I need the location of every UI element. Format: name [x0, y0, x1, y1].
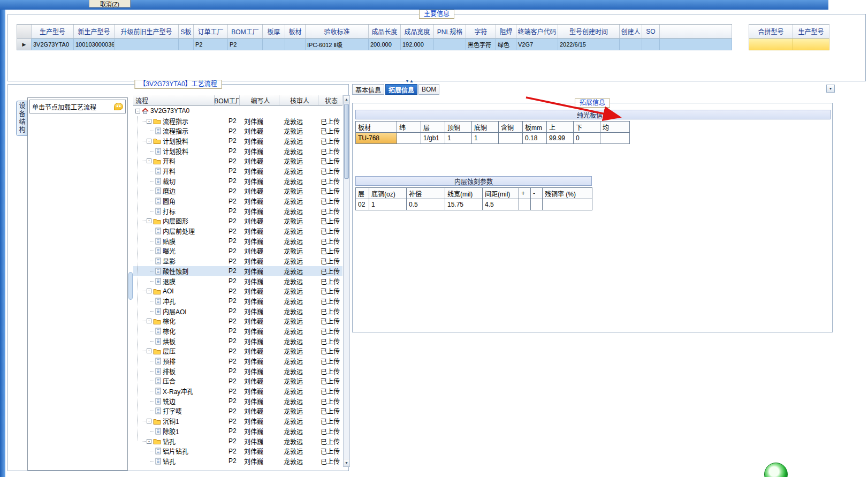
tree-node-label[interactable]: 打字唛 — [163, 406, 182, 415]
tree-node-row[interactable]: 贴膜P2刘伟巍龙敦远已上传 — [133, 236, 342, 246]
tree-node-row[interactable]: 开料P2刘伟巍龙敦远已上传 — [133, 166, 342, 176]
tree-expander-icon[interactable]: - — [147, 289, 151, 293]
tree-node-row[interactable]: 磨边P2刘伟巍龙敦远已上传 — [133, 186, 342, 196]
main-col-header[interactable]: 订单工厂 — [194, 25, 228, 39]
row-selector-header[interactable] — [17, 25, 32, 39]
tree-node-label[interactable]: 铝片钻孔 — [163, 446, 188, 456]
main-data-cell[interactable] — [115, 39, 179, 50]
tree-node-label[interactable]: X-Ray冲孔 — [163, 387, 193, 396]
main-data-cell[interactable] — [434, 39, 466, 50]
tree-node-row[interactable]: 烘板P2刘伟巍龙敦远已上传 — [133, 336, 342, 346]
main-data-cell[interactable]: 3V2G73YTA0 — [32, 39, 74, 50]
tab-bom[interactable]: BOM — [418, 84, 439, 95]
tree-node-label[interactable]: 流程指示 — [163, 126, 188, 135]
grid-data-row[interactable]: TU-7681/gb1110.1899.990 — [356, 133, 630, 144]
tree-node-row[interactable]: -流程指示P2刘伟巍龙敦远已上传 — [133, 116, 342, 126]
tree-expander-icon[interactable]: - — [147, 139, 151, 143]
tree-expander-icon[interactable]: - — [147, 319, 151, 323]
main-data-cell[interactable]: 10010300003632 — [74, 39, 115, 50]
grid-data-cell[interactable]: 1 — [369, 199, 407, 210]
grid-col-header[interactable]: 纬 — [397, 122, 421, 133]
main-col-header[interactable]: 终端客户代码 — [516, 25, 558, 39]
grid-data-cell[interactable]: 0 — [574, 133, 600, 144]
tree-node-row[interactable]: 酸性蚀刻P2刘伟巍龙敦远已上传 — [133, 266, 342, 276]
main-data-cell[interactable]: P2 — [194, 39, 228, 50]
main-data-cell[interactable]: 绿色 — [496, 39, 516, 50]
merge-grid-data-row[interactable] — [749, 39, 829, 50]
tree-node-label[interactable]: 铣边 — [163, 397, 176, 406]
tree-node-label[interactable]: 开料 — [163, 166, 176, 176]
grid-data-cell[interactable] — [531, 199, 543, 210]
grid-data-cell[interactable] — [499, 133, 523, 144]
tree-expander-icon[interactable]: - — [147, 119, 151, 124]
tree-node-row[interactable]: -开料P2刘伟巍龙敦远已上传 — [133, 156, 342, 166]
tree-node-row[interactable]: -钻孔P2刘伟巍龙敦远已上传 — [133, 436, 342, 446]
tree-node-row[interactable]: 除胶1P2刘伟巍龙敦远已上传 — [133, 426, 342, 436]
tree-scrollbar[interactable]: ▲ ▼ — [343, 95, 350, 467]
main-col-header[interactable]: PNL规格 — [434, 25, 466, 39]
main-data-cell[interactable]: P2 — [228, 39, 263, 50]
tree-expander-icon[interactable]: - — [147, 349, 151, 353]
main-data-cell[interactable]: 200.000 — [369, 39, 401, 50]
grid-data-cell[interactable]: TU-768 — [356, 133, 397, 144]
grid-col-header[interactable]: 补偿 — [407, 188, 445, 199]
grid-col-header[interactable]: 残铜率 (%) — [543, 188, 592, 199]
tree-node-label[interactable]: 圆角 — [163, 196, 176, 206]
main-col-header[interactable]: 新生产型号 — [74, 25, 115, 39]
grid-col-header[interactable]: 层 — [356, 188, 369, 199]
main-col-header[interactable]: BOM工厂 — [228, 25, 263, 39]
main-data-cell[interactable] — [620, 39, 642, 50]
grid-col-header[interactable]: 含铜 — [499, 122, 523, 133]
tree-node-row[interactable]: 计划投料P2刘伟巍龙敦远已上传 — [133, 146, 342, 156]
grid-col-header[interactable]: 线宽(mil) — [445, 188, 483, 199]
tree-node-label[interactable]: 计划投料 — [163, 137, 188, 146]
tree-node-row[interactable]: 内层前处理P2刘伟巍龙敦远已上传 — [133, 226, 342, 236]
tree-node-row[interactable]: 打字唛P2刘伟巍龙敦远已上传 — [133, 406, 342, 417]
tree-node-row[interactable]: 圆角P2刘伟巍龙敦远已上传 — [133, 196, 342, 206]
grid-col-header[interactable]: 底铜(oz) — [369, 188, 407, 199]
scroll-down-icon[interactable]: ▼ — [344, 459, 349, 466]
tree-expander-icon[interactable]: - — [147, 439, 151, 444]
tree-col-header[interactable]: BOM工厂 — [215, 95, 240, 106]
tab-basic-info[interactable]: 基本信息 — [352, 84, 384, 95]
tree-expander-icon[interactable]: - — [147, 419, 151, 423]
merge-data-cell[interactable] — [749, 39, 793, 50]
tree-col-header[interactable]: 状态 — [318, 95, 342, 106]
grid-data-cell[interactable]: 99.99 — [547, 133, 574, 144]
main-col-header[interactable]: 字符 — [466, 25, 496, 39]
tree-node-label[interactable]: 内层AOI — [163, 307, 187, 316]
tree-node-label[interactable]: 3V2G73YTA0 — [150, 107, 189, 115]
tree-node-label[interactable]: 贴膜 — [163, 237, 176, 246]
merge-col-header[interactable]: 合拼型号 — [749, 25, 793, 39]
tree-node-label[interactable]: 钻孔 — [163, 437, 176, 446]
tree-expander-icon[interactable]: - — [147, 218, 151, 223]
tree-node-label[interactable]: 棕化 — [163, 316, 176, 325]
tree-node-label[interactable]: 曝光 — [163, 246, 176, 255]
grid-col-header[interactable]: 底铜 — [472, 122, 499, 133]
main-data-cell[interactable]: 2022/6/15 — [558, 39, 620, 50]
tree-node-label[interactable]: 内层图形 — [163, 216, 188, 225]
tree-node-row[interactable]: -内层图形P2刘伟巍龙敦远已上传 — [133, 216, 342, 226]
grid-data-cell[interactable]: 4.5 — [483, 199, 519, 210]
tree-node-row[interactable]: -层压P2刘伟巍龙敦远已上传 — [133, 346, 342, 357]
main-col-header[interactable]: 板材 — [285, 25, 306, 39]
tab-extended-info[interactable]: 拓展信息 — [385, 84, 417, 95]
tree-node-label[interactable]: 钻孔 — [163, 457, 176, 466]
scroll-thumb[interactable] — [344, 104, 349, 179]
row-indicator-icon[interactable]: ▶ — [17, 39, 32, 50]
splitter-handle[interactable] — [128, 272, 133, 300]
tree-node-row[interactable]: 铝片钻孔P2刘伟巍龙敦远已上传 — [133, 446, 342, 456]
tree-node-row[interactable]: 压合P2刘伟巍龙敦远已上传 — [133, 376, 342, 387]
main-data-cell[interactable]: V2G7 — [516, 39, 558, 50]
grid-col-header[interactable]: 间距(mil) — [483, 188, 519, 199]
tree-node-row[interactable]: 曝光P2刘伟巍龙敦远已上传 — [133, 246, 342, 256]
grid-data-cell[interactable] — [397, 133, 421, 144]
main-col-header[interactable]: 创建人 — [620, 25, 642, 39]
main-col-header[interactable]: 生产型号 — [32, 25, 74, 39]
tree-node-row[interactable]: 内层AOIP2刘伟巍龙敦远已上传 — [133, 306, 342, 316]
tree-node-label[interactable]: 流程指示 — [163, 117, 188, 126]
grid-data-cell[interactable]: 15.75 — [445, 199, 483, 210]
main-col-header[interactable]: 验收标准 — [306, 25, 369, 39]
tree-node-row[interactable]: -计划投料P2刘伟巍龙敦远已上传 — [133, 136, 342, 146]
tree-expander-icon[interactable]: - — [147, 158, 151, 163]
